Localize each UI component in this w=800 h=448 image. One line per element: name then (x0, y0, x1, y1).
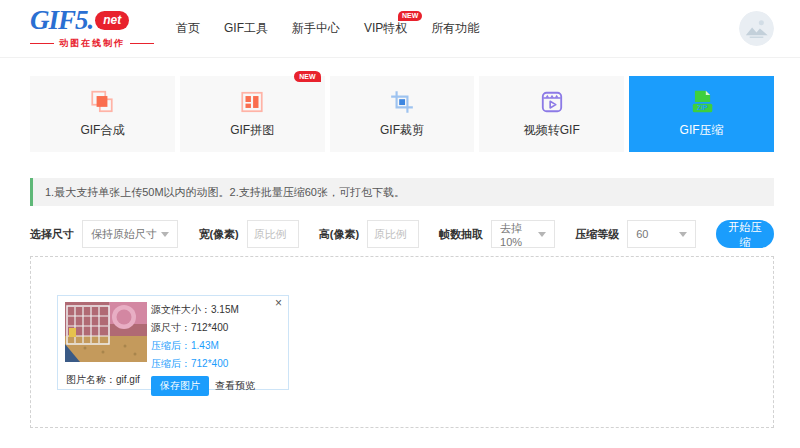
tab-video-to-gif[interactable]: 视频转GIF (479, 76, 624, 152)
tab-gif-merge[interactable]: GIF合成 (30, 76, 175, 152)
level-select[interactable]: 60 (627, 220, 696, 248)
height-input[interactable] (367, 220, 419, 248)
source-dimensions: 源尺寸：712*400 (151, 321, 255, 335)
tab-gif-compress[interactable]: ZIP GIF压缩 (629, 76, 774, 152)
tab-label: 视频转GIF (524, 122, 580, 139)
logo-text: GIF5. (30, 7, 93, 34)
tab-label: GIF压缩 (680, 122, 724, 139)
size-label: 选择尺寸 (30, 227, 74, 242)
start-compress-button[interactable]: 开始压缩 (716, 220, 774, 248)
nav-item-gif-tools[interactable]: GIF工具 (224, 20, 268, 37)
logo-tld-badge: net (95, 11, 129, 30)
frames-select[interactable]: 去掉10% (491, 220, 555, 248)
size-select[interactable]: 保持原始尺寸 (82, 220, 178, 248)
level-label: 压缩等级 (575, 227, 619, 242)
result-thumbnail-image (65, 302, 147, 362)
upload-notice: 1.最大支持单张上传50M以内的动图。2.支持批量压缩60张，可打包下载。 (30, 178, 774, 206)
source-size: 源文件大小：3.15M (151, 303, 255, 317)
tagline-text: 动图在线制作 (59, 37, 125, 50)
tab-gif-crop[interactable]: GIF裁剪 (330, 76, 475, 152)
nav-item-beginner[interactable]: 新手中心 (292, 20, 340, 37)
logo-tagline: 动图在线制作 (30, 37, 154, 50)
file-info: 源文件大小：3.15M 源尺寸：712*400 压缩后：1.43M 压缩后：71… (151, 303, 255, 396)
nav-item-vip[interactable]: VIP特权 NEW (364, 20, 407, 37)
size-select-value: 保持原始尺寸 (91, 227, 157, 242)
new-badge: NEW (294, 71, 320, 82)
collage-grid-icon (239, 89, 265, 115)
file-name-label: 图片名称：gif.gif (66, 373, 140, 387)
main-nav: 首页 GIF工具 新手中心 VIP特权 NEW 所有功能 (176, 20, 479, 37)
compressed-dimensions: 压缩后：712*400 (151, 357, 255, 371)
compressed-size: 压缩后：1.43M (151, 339, 255, 353)
upload-dropzone[interactable]: 图片名称：gif.gif 源文件大小：3.15M 源尺寸：712*400 压缩后… (30, 256, 774, 428)
nav-item-all-features[interactable]: 所有功能 (431, 20, 479, 37)
card-actions: 保存图片 查看预览 (151, 376, 255, 396)
close-icon[interactable]: × (275, 297, 282, 309)
view-preview-link[interactable]: 查看预览 (215, 379, 255, 393)
chevron-down-icon (538, 232, 546, 237)
feature-tabs: GIF合成 NEW GIF拼图 GIF裁剪 视频转GIF (30, 76, 774, 152)
tagline-dash-left (30, 43, 54, 44)
svg-text:ZIP: ZIP (697, 104, 708, 111)
compress-controls: 选择尺寸 保持原始尺寸 宽(像素) 高(像素) 帧数抽取 去掉10% 压缩等级 … (30, 220, 774, 248)
crop-icon (389, 89, 415, 115)
tab-label: GIF拼图 (230, 122, 274, 139)
header: GIF5. net 动图在线制作 首页 GIF工具 新手中心 VIP特权 NEW… (0, 0, 800, 58)
tab-gif-collage[interactable]: NEW GIF拼图 (180, 76, 325, 152)
avatar-placeholder-icon (739, 11, 774, 46)
width-input[interactable] (247, 220, 299, 248)
zip-file-icon: ZIP (689, 89, 715, 115)
save-image-button[interactable]: 保存图片 (151, 376, 209, 396)
video-player-icon (539, 89, 565, 115)
frames-select-value: 去掉10% (500, 221, 538, 248)
chevron-down-icon (161, 232, 169, 237)
tab-label: GIF合成 (80, 122, 124, 139)
height-label: 高(像素) (319, 227, 359, 242)
nav-item-home[interactable]: 首页 (176, 20, 200, 37)
user-avatar[interactable] (739, 11, 774, 46)
merge-squares-icon (89, 89, 115, 115)
new-badge: NEW (398, 11, 422, 21)
frames-label: 帧数抽取 (439, 227, 483, 242)
chevron-down-icon (679, 232, 687, 237)
tab-label: GIF裁剪 (380, 122, 424, 139)
width-label: 宽(像素) (198, 227, 238, 242)
result-card: 图片名称：gif.gif 源文件大小：3.15M 源尺寸：712*400 压缩后… (57, 295, 289, 390)
site-logo[interactable]: GIF5. net 动图在线制作 (30, 7, 154, 50)
tagline-dash-right (130, 43, 154, 44)
level-select-value: 60 (636, 228, 648, 240)
